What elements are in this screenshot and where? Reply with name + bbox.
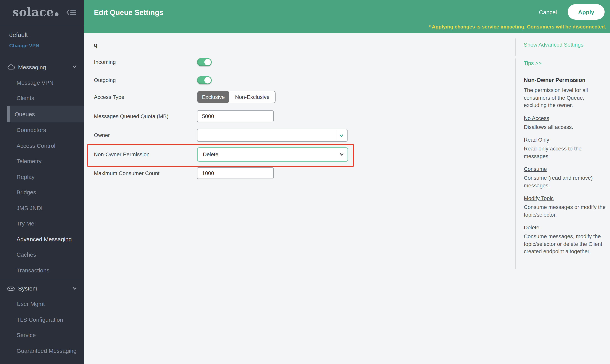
max-consumer-label: Maximum Consumer Count	[94, 170, 197, 176]
toggle-knob	[204, 77, 211, 83]
access-type-option-non-exclusive[interactable]: Non-Exclusive	[229, 91, 275, 103]
incoming-label: Incoming	[94, 59, 197, 65]
max-consumer-input[interactable]	[197, 167, 274, 179]
collapse-sidebar-icon	[66, 9, 76, 16]
sidebar-item-message-vpn[interactable]: Message VPN	[0, 75, 84, 90]
sidebar-item-guaranteed-messaging[interactable]: Guaranteed Messaging	[0, 343, 84, 358]
change-vpn-link[interactable]: Change VPN	[9, 43, 84, 49]
access-type-segmented-control: Exclusive Non-Exclusive	[197, 91, 275, 103]
sidebar-item-transactions[interactable]: Transactions	[0, 262, 84, 278]
panel-divider	[515, 58, 516, 269]
non-owner-permission-label: Non-Owner Permission	[94, 151, 197, 157]
sidebar-item-access-control[interactable]: Access Control	[0, 138, 84, 153]
sidebar-item-connectors[interactable]: Connectors	[0, 122, 84, 138]
owner-row: Owner	[94, 129, 348, 142]
sidebar-item-clients[interactable]: Clients	[0, 90, 84, 106]
sidebar-item-user-mgmt[interactable]: User Mgmt	[0, 296, 84, 312]
dropdown-separator	[336, 130, 336, 140]
sidebar-item-caches[interactable]: Caches	[0, 247, 84, 262]
owner-dropdown[interactable]	[197, 129, 348, 142]
delete-link[interactable]: Delete	[524, 224, 539, 231]
header-actions: Cancel Apply	[539, 4, 605, 20]
max-consumer-row: Maximum Consumer Count	[94, 167, 274, 180]
quota-label: Messages Queued Quota (MB)	[94, 113, 197, 119]
no-access-link[interactable]: No Access	[524, 115, 549, 121]
apply-button[interactable]: Apply	[568, 4, 605, 20]
no-access-description: Disallows all access.	[524, 123, 606, 131]
sidebar-item-bridges[interactable]: Bridges	[0, 184, 84, 200]
tip-entry-modify-topic: Modify Topic Consume messages or modify …	[524, 195, 606, 219]
tip-heading: Non-Owner Permission	[524, 77, 606, 83]
queue-name: q	[94, 41, 98, 49]
tip-entry-consume: Consume Consume (read and remove) messag…	[524, 166, 606, 189]
consume-link[interactable]: Consume	[524, 166, 547, 172]
nav-section-system[interactable]: System	[0, 281, 84, 296]
sidebar-nav: Messaging Message VPN Clients Queues Con…	[0, 59, 84, 358]
tip-entry-read-only: Read Only Read-only access to the messag…	[524, 136, 606, 160]
sidebar: solace default Change VPN Messaging	[0, 0, 84, 364]
cloud-icon	[7, 64, 15, 70]
non-owner-permission-row: Non-Owner Permission Delete	[94, 148, 348, 161]
sidebar-item-telemetry[interactable]: Telemetry	[0, 153, 84, 169]
delete-description: Consume messages, modify the topic/selec…	[524, 233, 606, 255]
sidebar-collapse-button[interactable]	[66, 9, 76, 16]
tip-description: The permission level for all consumers o…	[524, 87, 606, 109]
tip-entry-delete: Delete Consume messages, modify the topi…	[524, 224, 606, 255]
nav-section-label: Messaging	[18, 64, 46, 70]
quota-input[interactable]	[197, 110, 274, 122]
non-owner-permission-dropdown[interactable]: Delete	[197, 147, 348, 161]
modify-topic-link[interactable]: Modify Topic	[524, 195, 554, 201]
modify-topic-description: Consume messages or modify the topic/sel…	[524, 204, 606, 219]
access-type-label: Access Type	[94, 94, 197, 100]
logo-text: solace	[12, 5, 54, 19]
sidebar-divider	[0, 279, 84, 279]
nav-section-messaging[interactable]: Messaging	[0, 59, 84, 75]
vpn-block: default Change VPN	[0, 26, 84, 59]
outgoing-label: Outgoing	[94, 77, 197, 83]
service-impact-warning: * Applying changes is service impacting.…	[429, 24, 606, 30]
current-vpn-name: default	[9, 32, 84, 39]
sidebar-item-advanced-messaging[interactable]: Advanced Messaging	[0, 231, 84, 247]
non-owner-permission-value: Delete	[198, 151, 218, 157]
incoming-toggle[interactable]	[197, 58, 212, 66]
access-type-row: Access Type Exclusive Non-Exclusive	[94, 91, 275, 104]
solace-logo: solace	[12, 5, 59, 19]
outgoing-toggle[interactable]	[197, 76, 212, 84]
system-hardware-icon	[7, 285, 15, 291]
sidebar-item-service[interactable]: Service	[0, 327, 84, 343]
sidebar-item-tls-configuration[interactable]: TLS Configuration	[0, 312, 84, 327]
nav-section-label: System	[18, 285, 37, 292]
chevron-down-icon	[72, 64, 77, 69]
tips-link[interactable]: Tips >>	[524, 60, 542, 66]
sidebar-item-try-me[interactable]: Try Me!	[0, 216, 84, 231]
tips-content: Non-Owner Permission The permission leve…	[524, 77, 606, 261]
access-type-option-exclusive[interactable]: Exclusive	[197, 91, 229, 103]
page-header: Edit Queue Settings Cancel Apply * Apply…	[84, 0, 610, 33]
quota-row: Messages Queued Quota (MB)	[94, 110, 274, 123]
tips-panel: Show Advanced Settings Tips >> Non-Owner…	[515, 33, 610, 364]
chevron-down-icon	[339, 151, 344, 157]
read-only-description: Read-only access to the messages.	[524, 145, 606, 160]
app-window: solace default Change VPN Messaging	[0, 0, 610, 364]
page-title: Edit Queue Settings	[94, 0, 163, 26]
chevron-down-icon	[339, 132, 344, 138]
sidebar-item-replay[interactable]: Replay	[0, 169, 84, 184]
show-advanced-settings-link[interactable]: Show Advanced Settings	[524, 41, 584, 48]
owner-label: Owner	[94, 132, 197, 138]
chevron-down-icon	[72, 286, 77, 290]
logo-dot-icon	[55, 12, 59, 16]
toggle-knob	[204, 59, 211, 65]
sidebar-item-queues[interactable]: Queues	[7, 106, 84, 122]
read-only-link[interactable]: Read Only	[524, 137, 549, 143]
sidebar-logo-block: solace	[0, 0, 84, 26]
sidebar-item-jms-jndi[interactable]: JMS JNDI	[0, 200, 84, 216]
panel-divider	[515, 39, 516, 56]
cancel-button[interactable]: Cancel	[539, 9, 557, 15]
consume-description: Consume (read and remove) messages.	[524, 174, 606, 189]
outgoing-row: Outgoing	[94, 74, 212, 87]
incoming-row: Incoming	[94, 55, 212, 68]
tip-entry-no-access: No Access Disallows all access.	[524, 115, 606, 131]
